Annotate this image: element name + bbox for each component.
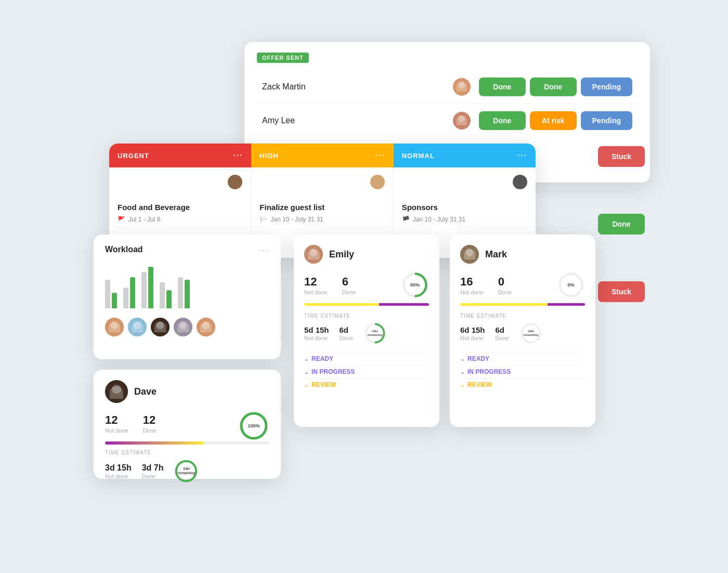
dots-urgent[interactable]: ··· bbox=[233, 151, 243, 160]
emily-avatar bbox=[304, 245, 323, 264]
bar-green-5 bbox=[185, 280, 190, 308]
mark-status-inprogress[interactable]: ⌄ IN PROGRESS bbox=[460, 365, 585, 378]
dave-not-done-label: Not done bbox=[105, 427, 128, 434]
btn-pending-1[interactable]: Pending bbox=[581, 77, 632, 96]
kanban-title-high: Finalize guest list bbox=[259, 203, 384, 212]
dave-progress-fill bbox=[105, 441, 204, 445]
emily-not-done: 12 Not done bbox=[304, 275, 328, 295]
workload-card: Workload ··· bbox=[94, 235, 281, 359]
kanban-meta-high: 🏳️ Jan 10 - July 31 31 bbox=[259, 216, 384, 223]
dave-progress-bar bbox=[105, 441, 269, 445]
bar-green-2 bbox=[130, 277, 135, 308]
emily-status-inprogress[interactable]: ⌄ IN PROGRESS bbox=[304, 365, 429, 378]
offer-row-amy: Amy Lee Done At risk Pending bbox=[257, 104, 638, 137]
mark-status-review[interactable]: ⌄ REVIEW bbox=[460, 378, 585, 391]
chevron-review-icon: ⌄ bbox=[304, 382, 308, 388]
avatar-amy bbox=[453, 112, 471, 129]
mark-not-done-label: Not done bbox=[460, 289, 484, 295]
avatar-fb bbox=[228, 175, 242, 189]
mark-status-ready[interactable]: ⌄ READY bbox=[460, 352, 585, 365]
dave-time-done-val: 3d 7h bbox=[142, 463, 164, 473]
chevron-mark-ready-icon: ⌄ bbox=[460, 356, 464, 362]
emily-status-review[interactable]: ⌄ REVIEW bbox=[304, 378, 429, 391]
offer-name-amy: Amy Lee bbox=[262, 116, 453, 125]
emily-done: 6 Done bbox=[342, 275, 356, 295]
chevron-mark-inprogress-icon: ⌄ bbox=[460, 369, 464, 375]
chevron-ready-icon: ⌄ bbox=[304, 356, 308, 362]
mark-time-done-val: 6d bbox=[496, 325, 509, 334]
emily-time-not-done: 5d 15h Not done bbox=[304, 325, 329, 341]
dave-time-not-done-val: 3d 15h bbox=[105, 463, 132, 473]
kanban-header-normal: NORMAL ··· bbox=[394, 144, 536, 167]
mark-time-not-done: 6d 15h Not done bbox=[460, 325, 485, 341]
mark-status-section: ⌄ READY ⌄ IN PROGRESS ⌄ REVIEW bbox=[460, 352, 585, 391]
emily-time-label: TIME ESTIMATE bbox=[304, 313, 429, 319]
flag-yellow-icon: 🏳️ bbox=[259, 216, 267, 223]
btn-pending-2[interactable]: Pending bbox=[581, 111, 632, 130]
kanban-date-normal: Jan 10 - July 31 31 bbox=[413, 216, 465, 223]
offer-badge: OFFER SENT bbox=[257, 53, 309, 63]
kanban-title-urgent: Food and Beverage bbox=[118, 203, 242, 212]
bar-gray-3 bbox=[141, 272, 147, 308]
workload-avatar-3 bbox=[151, 318, 170, 336]
dave-donut-label: 100% bbox=[248, 423, 259, 429]
emily-time-not-done-val: 5d 15h bbox=[304, 325, 329, 334]
btn-done-3[interactable]: Done bbox=[479, 111, 526, 130]
bar-gray-2 bbox=[123, 288, 128, 308]
emily-name: Emily bbox=[329, 249, 354, 260]
kanban-meta-normal: 🏴 Jan 10 - July 31 31 bbox=[402, 216, 527, 223]
bar-green-3 bbox=[148, 267, 153, 308]
mark-multi-bar bbox=[460, 303, 585, 306]
bar-gray-1 bbox=[105, 280, 110, 308]
btn-at-risk-1[interactable]: At risk bbox=[530, 111, 577, 130]
btn-done-2[interactable]: Done bbox=[530, 77, 577, 96]
bar-green-1 bbox=[112, 293, 117, 308]
btn-done-right[interactable]: Done bbox=[598, 214, 645, 235]
btn-stuck-1[interactable]: Stuck bbox=[598, 146, 645, 167]
bar-group-1 bbox=[105, 280, 117, 308]
dots-normal[interactable]: ··· bbox=[517, 151, 527, 160]
workload-dots[interactable]: ··· bbox=[258, 245, 269, 256]
emily-donut: 50% bbox=[401, 271, 429, 299]
dave-not-done: 12 Not done bbox=[105, 413, 128, 434]
kanban-meta-urgent: 🚩 Jul 1 - Jul 8 bbox=[118, 216, 242, 223]
avatar-finalize bbox=[370, 175, 385, 189]
mark-not-done: 16 Not done bbox=[460, 275, 484, 295]
btn-stuck-2[interactable]: Stuck bbox=[598, 281, 645, 302]
dots-high[interactable]: ··· bbox=[375, 151, 385, 160]
mark-name: Mark bbox=[485, 249, 507, 260]
dave-done-num: 12 bbox=[143, 413, 157, 427]
emily-time-stats: 5d 15h Not done 6d Done 34Hremaining bbox=[304, 322, 429, 345]
avatar-sponsors bbox=[513, 175, 527, 189]
workload-avatar-1 bbox=[105, 318, 124, 336]
mark-time-done: 6d Done bbox=[496, 325, 509, 341]
emily-status-section: ⌄ READY ⌄ IN PROGRESS ⌄ REVIEW bbox=[304, 352, 429, 391]
bar-wrap-5 bbox=[178, 277, 190, 308]
mark-time-label: TIME ESTIMATE bbox=[460, 313, 585, 319]
dave-remaining-label: 34Hremaining bbox=[178, 467, 195, 475]
mark-done-label: Done bbox=[498, 289, 512, 295]
btn-done-1[interactable]: Done bbox=[479, 77, 526, 96]
bar-group-5 bbox=[178, 277, 190, 308]
workload-avatar-4 bbox=[174, 318, 192, 336]
mark-stats: 16 Not done 0 Done bbox=[460, 275, 557, 295]
dave-time-done: 3d 7h Done bbox=[142, 463, 164, 479]
flag-red-icon: 🚩 bbox=[118, 216, 125, 223]
dave-done: 12 Done bbox=[143, 413, 157, 434]
emily-status-ready[interactable]: ⌄ READY bbox=[304, 352, 429, 365]
bar-gray-5 bbox=[178, 277, 183, 308]
kanban-title-normal: Sponsors bbox=[402, 203, 527, 212]
chevron-mark-review-icon: ⌄ bbox=[460, 382, 464, 388]
emily-remaining-label: 34Hremaining bbox=[367, 330, 382, 336]
dave-remaining-donut: 34Hremaining bbox=[174, 459, 199, 484]
dave-time-done-lbl: Done bbox=[142, 473, 164, 479]
emily-not-done-num: 12 bbox=[304, 275, 328, 289]
kanban-date-urgent: Jul 1 - Jul 8 bbox=[128, 216, 160, 223]
dave-not-done-num: 12 bbox=[105, 413, 128, 427]
mark-done: 0 Done bbox=[498, 275, 512, 295]
offer-row-zack: Zack Martin Done Done Pending bbox=[257, 70, 638, 104]
emily-review-label: REVIEW bbox=[311, 381, 336, 388]
emily-stats: 12 Not done 6 Done bbox=[304, 275, 401, 295]
mark-remaining-donut: 34Hremaining bbox=[519, 322, 542, 345]
emily-time-not-done-lbl: Not done bbox=[304, 335, 329, 341]
